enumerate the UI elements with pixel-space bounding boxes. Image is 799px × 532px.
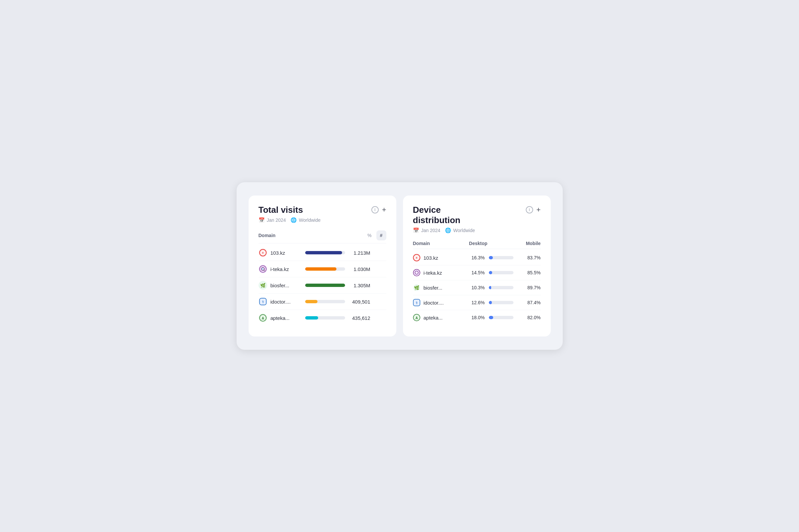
mobile-pct-103: 83.7% bbox=[517, 255, 541, 260]
favicon-iteka: 🔍 bbox=[258, 265, 267, 273]
table-row: ⚕ idoctor.... 12.6% 87.4% bbox=[413, 295, 541, 310]
svg-text:⚕: ⚕ bbox=[261, 300, 264, 304]
favicon-apteka: A bbox=[258, 314, 267, 322]
domain-cell-apteka-dev: A apteka... bbox=[413, 314, 460, 321]
domain-cell-idoctor-dev: ⚕ idoctor.... bbox=[413, 299, 460, 306]
favicon-idoctor-dev: ⚕ bbox=[413, 299, 420, 306]
domain-name-apteka: apteka... bbox=[271, 315, 290, 321]
geo-label-right: Worldwide bbox=[453, 228, 475, 233]
bar-cell-apteka: 435,612 bbox=[305, 315, 383, 321]
col-mobile-header: Mobile bbox=[517, 241, 541, 246]
table-row: A apteka... 435,612 bbox=[258, 310, 386, 326]
device-bar-cell-idoctor bbox=[486, 301, 516, 304]
date-filter-left[interactable]: 📅 Jan 2024 bbox=[258, 217, 286, 223]
domain-cell-iteka: 🔍 i-teka.kz bbox=[258, 265, 302, 273]
subtitle-row-left: 📅 Jan 2024 🌐 Worldwide bbox=[258, 217, 386, 223]
bar-track-103 bbox=[305, 251, 345, 254]
calendar-icon-right: 📅 bbox=[413, 227, 419, 233]
device-bar-fill-iteka bbox=[489, 271, 492, 274]
favicon-biosfer-dev: 🌿 bbox=[413, 284, 420, 291]
value-iteka: 1.030M bbox=[349, 266, 370, 272]
date-label-right: Jan 2024 bbox=[421, 228, 441, 233]
date-label-left: Jan 2024 bbox=[267, 217, 286, 223]
bar-fill-idoctor bbox=[305, 300, 317, 303]
device-bar-cell-103 bbox=[486, 256, 516, 259]
total-visits-title: Total visits bbox=[258, 205, 303, 215]
favicon-103: + bbox=[258, 248, 267, 257]
toggle-hash-button[interactable]: # bbox=[376, 230, 386, 241]
domain-name-iteka: i-teka.kz bbox=[271, 266, 289, 272]
device-bar-fill-biosfer bbox=[489, 286, 491, 289]
svg-text:A: A bbox=[415, 316, 418, 320]
calendar-icon-left: 📅 bbox=[258, 217, 265, 223]
svg-text:+: + bbox=[416, 256, 418, 260]
date-filter-right[interactable]: 📅 Jan 2024 bbox=[413, 227, 441, 233]
device-distribution-panel: Devicedistribution i + 📅 Jan 2024 🌐 Worl… bbox=[403, 195, 551, 337]
favicon-idoctor: ⚕ bbox=[258, 297, 267, 306]
col-domain-right: Domain bbox=[413, 241, 464, 246]
value-biosfer: 1.305M bbox=[349, 283, 370, 288]
device-bar-track-biosfer bbox=[489, 286, 513, 289]
device-distribution-title: Devicedistribution bbox=[413, 205, 460, 225]
geo-label-left: Worldwide bbox=[299, 217, 321, 223]
domain-cell-iteka-dev: i-teka.kz bbox=[413, 269, 460, 276]
geo-filter-left[interactable]: 🌐 Worldwide bbox=[291, 217, 321, 223]
bar-fill-103 bbox=[305, 251, 342, 254]
add-widget-button-left[interactable]: + bbox=[382, 206, 386, 213]
device-bar-cell-apteka bbox=[486, 316, 516, 319]
domain-biosfer-dev: biosfer... bbox=[424, 285, 442, 291]
domain-cell-idoctor: ⚕ idoctor.... bbox=[258, 297, 302, 306]
domain-cell-103: + 103.kz bbox=[258, 248, 302, 257]
total-visits-panel: Total visits i + 📅 Jan 2024 🌐 Worldwide … bbox=[249, 195, 396, 337]
svg-text:+: + bbox=[262, 251, 264, 255]
bar-track-iteka bbox=[305, 267, 345, 271]
svg-point-13 bbox=[413, 269, 420, 276]
domain-cell-apteka: A apteka... bbox=[258, 314, 302, 322]
desktop-pct-iteka: 14.5% bbox=[461, 270, 485, 275]
favicon-iteka-dev bbox=[413, 269, 420, 276]
bar-track-biosfer bbox=[305, 284, 345, 287]
info-icon-right[interactable]: i bbox=[526, 206, 533, 213]
desktop-pct-103: 16.3% bbox=[461, 255, 485, 260]
table-row: + 103.kz 1.213M bbox=[258, 245, 386, 261]
info-icon-left[interactable]: i bbox=[371, 206, 379, 213]
table-row: ⚕ idoctor.... 409,501 bbox=[258, 293, 386, 310]
favicon-apteka-dev: A bbox=[413, 314, 420, 321]
bar-cell-iteka: 1.030M bbox=[305, 266, 383, 272]
svg-text:🌿: 🌿 bbox=[414, 285, 420, 291]
device-bar-track-103 bbox=[489, 256, 513, 259]
device-table-header: Domain Desktop Mobile bbox=[413, 241, 541, 249]
add-widget-button-right[interactable]: + bbox=[537, 206, 541, 213]
device-bar-fill-idoctor bbox=[489, 301, 492, 304]
col-desktop-header: Desktop bbox=[464, 241, 488, 246]
table-header-left: Domain % # bbox=[258, 230, 386, 243]
desktop-pct-idoctor: 12.6% bbox=[461, 300, 485, 305]
bar-fill-apteka bbox=[305, 316, 319, 320]
panel-header-right: Devicedistribution i + bbox=[413, 205, 541, 225]
domain-103-dev: 103.kz bbox=[424, 255, 438, 261]
device-bar-track-apteka bbox=[489, 316, 513, 319]
mobile-pct-iteka: 85.5% bbox=[517, 270, 541, 275]
device-bar-cell-biosfer bbox=[486, 286, 516, 289]
table-row: 🌿 biosfer... 10.3% 89.7% bbox=[413, 280, 541, 295]
subtitle-row-right: 📅 Jan 2024 🌐 Worldwide bbox=[413, 227, 541, 233]
domain-name-103: 103.kz bbox=[271, 250, 285, 256]
device-bar-fill-apteka bbox=[489, 316, 493, 319]
favicon-biosfer: 🌿 bbox=[258, 281, 267, 290]
svg-text:🌿: 🌿 bbox=[260, 283, 266, 288]
mobile-pct-idoctor: 87.4% bbox=[517, 300, 541, 305]
table-row: 🌿 biosfer... 1.305M bbox=[258, 277, 386, 293]
table-row: A apteka... 18.0% 82.0% bbox=[413, 310, 541, 325]
globe-icon-right: 🌐 bbox=[445, 227, 451, 233]
domain-iteka-dev: i-teka.kz bbox=[424, 270, 442, 276]
value-apteka: 435,612 bbox=[349, 315, 370, 321]
domain-cell-biosfer-dev: 🌿 biosfer... bbox=[413, 284, 460, 291]
dashboard-container: Total visits i + 📅 Jan 2024 🌐 Worldwide … bbox=[237, 182, 563, 350]
domain-apteka-dev: apteka... bbox=[424, 315, 443, 321]
geo-filter-right[interactable]: 🌐 Worldwide bbox=[445, 227, 475, 233]
svg-text:A: A bbox=[261, 317, 264, 320]
col-domain-left: Domain bbox=[258, 233, 368, 238]
bar-cell-biosfer: 1.305M bbox=[305, 283, 383, 288]
col-percent-left: % bbox=[367, 233, 371, 238]
value-103: 1.213M bbox=[349, 250, 370, 256]
